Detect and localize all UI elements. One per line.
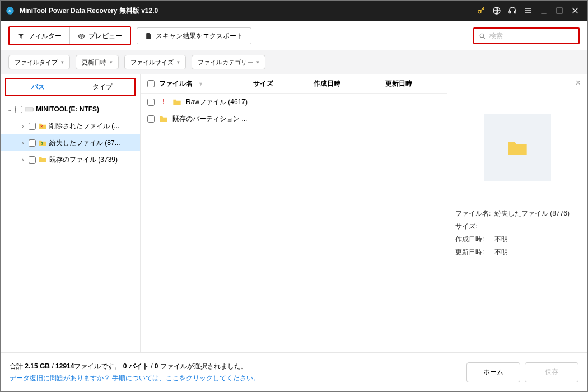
list-item-checkbox[interactable]: [147, 99, 155, 106]
expand-icon[interactable]: ›: [20, 123, 26, 129]
meta-created-label: 作成日時:: [455, 235, 494, 244]
svg-text:?: ?: [41, 141, 44, 146]
meta-created: 不明: [494, 235, 508, 244]
meta-filename-label: ファイル名:: [455, 209, 494, 218]
disk-icon: [25, 105, 34, 114]
minimize-icon[interactable]: [536, 3, 552, 18]
export-button[interactable]: スキャン結果をエクスポート: [137, 27, 251, 44]
file-list: ! Rawファイル (4617) 既存のパーティション ...: [141, 94, 447, 127]
col-created[interactable]: 作成日時: [314, 79, 381, 88]
sidebar: パス タイプ ⌄ MINITOOL(E: NTFS) › × 削除されたファイル…: [1, 74, 141, 352]
warning-icon: !: [159, 97, 168, 106]
chevron-down-icon: ▾: [61, 59, 64, 65]
list-item[interactable]: ! Rawファイル (4617): [141, 94, 447, 110]
expand-icon[interactable]: ›: [20, 157, 26, 163]
column-header: ファイル名▼ サイズ 作成日時 更新日時: [141, 74, 447, 94]
preview-label: プレビュー: [88, 31, 122, 41]
tree-item[interactable]: › ? 紛失したファイル (87...: [1, 134, 140, 151]
folder-icon: [172, 97, 181, 106]
collapse-icon[interactable]: ⌄: [6, 106, 13, 113]
filter-category[interactable]: ファイルカテゴリー▾: [192, 55, 265, 69]
chevron-down-icon: ▾: [256, 59, 259, 65]
license-key-icon[interactable]: [473, 3, 489, 18]
chevron-down-icon: ▾: [177, 59, 180, 65]
tree-item-checkbox[interactable]: [29, 156, 36, 164]
app-logo-icon: [5, 6, 15, 16]
folder-icon: [506, 138, 529, 157]
tree-root[interactable]: ⌄ MINITOOL(E: NTFS): [1, 101, 140, 118]
tab-type[interactable]: タイプ: [71, 79, 135, 95]
list-item-label: 既存のパーティション ...: [172, 114, 247, 124]
toolbar: フィルター プレビュー スキャン結果をエクスポート: [1, 21, 587, 50]
file-list-panel: ファイル名▼ サイズ 作成日時 更新日時 ! Rawファイル (4617) 既存…: [141, 74, 447, 352]
sort-desc-icon: ▼: [198, 81, 203, 87]
tree-item-label: 削除されたファイル (...: [49, 122, 119, 131]
svg-point-1: [478, 10, 481, 13]
meta-size-label: サイズ:: [455, 222, 494, 231]
folder-icon: [159, 114, 168, 123]
close-icon[interactable]: [567, 3, 583, 18]
save-button[interactable]: 保存: [525, 362, 578, 382]
preview-button[interactable]: プレビュー: [70, 27, 130, 44]
maximize-icon[interactable]: [552, 3, 567, 18]
meta-modified: 不明: [494, 248, 508, 257]
col-name[interactable]: ファイル名▼: [159, 79, 249, 88]
home-button[interactable]: ホーム: [466, 362, 520, 382]
list-item-checkbox[interactable]: [147, 115, 155, 123]
filter-filesize[interactable]: ファイルサイズ▾: [124, 55, 186, 69]
search-input[interactable]: [489, 32, 574, 40]
filter-label: フィルター: [28, 31, 62, 41]
tree-item[interactable]: › 既存のファイル (3739): [1, 151, 140, 168]
eye-icon: [78, 32, 85, 40]
filter-filetype[interactable]: ファイルタイプ▾: [8, 55, 70, 69]
support-headset-icon[interactable]: [505, 3, 520, 18]
tree: ⌄ MINITOOL(E: NTFS) › × 削除されたファイル (... ›…: [1, 99, 140, 170]
svg-rect-5: [557, 8, 562, 13]
lost-folder-icon: ?: [38, 138, 47, 147]
menu-icon[interactable]: [520, 3, 536, 18]
help-link[interactable]: データ復旧に問題がありますか？ 手順については、ここをクリックしてください。: [10, 374, 260, 383]
list-item[interactable]: 既存のパーティション ...: [141, 110, 447, 127]
tree-item[interactable]: › × 削除されたファイル (...: [1, 118, 140, 134]
tree-item-checkbox[interactable]: [29, 123, 36, 130]
export-label: スキャン結果をエクスポート: [156, 31, 243, 41]
chevron-down-icon: ▾: [110, 59, 113, 65]
tab-path[interactable]: パス: [6, 79, 71, 95]
filter-modified[interactable]: 更新日時▾: [76, 55, 119, 69]
col-size[interactable]: サイズ: [253, 79, 309, 88]
search-icon: [479, 32, 486, 40]
svg-text:×: ×: [40, 124, 43, 129]
select-all-checkbox[interactable]: [147, 80, 155, 87]
titlebar: MiniTool Power Data Recovery 無料版 v12.0: [1, 1, 587, 21]
meta-filename: 紛失したファイル (8776): [494, 209, 570, 218]
filter-bar: ファイルタイプ▾ 更新日時▾ ファイルサイズ▾ ファイルカテゴリー▾: [1, 50, 587, 74]
svg-point-7: [480, 34, 484, 37]
tree-item-label: 紛失したファイル (87...: [49, 138, 120, 148]
svg-rect-8: [25, 108, 34, 111]
close-preview-icon[interactable]: ×: [576, 78, 581, 88]
filter-preview-group: フィルター プレビュー: [8, 26, 131, 45]
search-box[interactable]: [473, 27, 580, 44]
svg-rect-4: [514, 11, 516, 13]
funnel-icon: [17, 32, 25, 40]
meta-modified-label: 更新日時:: [455, 248, 494, 257]
export-icon: [145, 32, 152, 40]
filter-button[interactable]: フィルター: [10, 27, 70, 44]
col-modified[interactable]: 更新日時: [385, 79, 441, 88]
svg-point-6: [81, 35, 82, 36]
tab-group: パス タイプ: [5, 78, 136, 96]
expand-icon[interactable]: ›: [20, 140, 26, 146]
list-item-label: Rawファイル (4617): [186, 97, 248, 107]
deleted-folder-icon: ×: [38, 122, 47, 130]
footer: 合計 2.15 GB / 12914ファイルです。 0 バイト / 0 ファイル…: [1, 352, 587, 391]
preview-thumbnail: [484, 114, 551, 181]
footer-summary: 合計 2.15 GB / 12914ファイルです。 0 バイト / 0 ファイル…: [10, 362, 260, 371]
tree-root-label: MINITOOL(E: NTFS): [36, 105, 99, 113]
tree-item-label: 既存のファイル (3739): [49, 155, 118, 165]
globe-icon[interactable]: [489, 3, 505, 18]
preview-panel: × ファイル名:紛失したファイル (8776) サイズ: 作成日時:不明 更新日…: [447, 74, 587, 352]
folder-icon: [38, 155, 47, 164]
tree-root-checkbox[interactable]: [15, 106, 22, 113]
tree-item-checkbox[interactable]: [29, 139, 36, 147]
svg-rect-3: [509, 11, 511, 13]
